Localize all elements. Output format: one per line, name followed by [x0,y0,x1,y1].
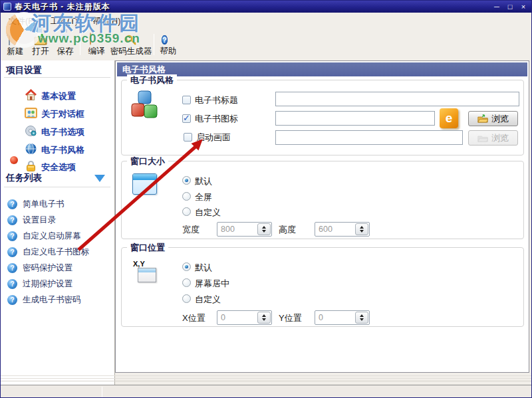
browse-splash-button-disabled: 浏览 [468,130,518,146]
about-dialog-icon [25,107,37,122]
spin-buttons[interactable] [355,223,368,235]
group-title: 窗口位置 [127,242,168,254]
help-button[interactable]: ? 帮助 [156,32,180,58]
question-icon: ? [7,279,17,289]
width-label: 宽度 [182,224,200,236]
window-position-group: 窗口位置 X,Y 默认 屏幕居中 自定义 X位置 Y位置 [121,247,524,327]
height-spinner[interactable] [315,222,370,237]
toolbar: 新建 打开 保存 编译 [1,30,531,60]
ebook-style-group: 电子书风格 电子书标题 ✓ 电子书图标 [121,80,524,155]
sidebar-item-basic-settings[interactable]: 基本设置 [25,89,76,104]
cubes-icon [130,90,160,123]
compile-icon [90,33,103,46]
x-position-input[interactable] [217,311,257,324]
splash-screen-input[interactable] [275,130,463,145]
y-position-input[interactable] [315,311,354,324]
question-icon: ? [7,215,17,225]
new-button[interactable]: 新建 [3,32,27,58]
window-size-group: 窗口大小 默认 全屏 自定义 宽度 高度 [121,161,524,239]
compile-button[interactable]: 编译 [83,32,110,58]
folder-icon [477,114,488,123]
divider [1,375,531,376]
close-button[interactable]: × [519,2,528,11]
task-item-simple-ebook[interactable]: ? 简单电子书 [7,197,65,211]
toolbar-separator [80,34,80,55]
new-document-icon [9,33,22,46]
open-button[interactable]: 打开 [29,32,53,58]
save-icon [59,33,72,46]
height-input[interactable] [315,223,354,236]
task-item-generate-password[interactable]: ? 生成电子书密码 [7,293,81,306]
group-title: 窗口大小 [127,155,168,167]
status-separator [102,387,102,397]
toolbar-separator [154,34,154,55]
ebook-title-label: 电子书标题 [195,94,238,106]
task-item-custom-ebook-icon[interactable]: ? 自定义电子书图标 [7,245,89,258]
title-bar: 春天电子书 - 未注册版本 ─ □ × [1,1,531,13]
task-list-header: 任务列表 [6,172,42,184]
ebook-icon-input[interactable] [275,111,435,126]
question-icon: ? [7,263,17,273]
globe-icon [25,143,37,157]
task-item-set-catalog[interactable]: ? 设置目录 [7,213,56,227]
pos-center-label: 屏幕居中 [195,278,229,290]
window-position-icon [138,268,156,282]
window-controls: ─ □ × [492,1,528,13]
window-title: 春天电子书 - 未注册版本 [15,1,110,13]
group-title: 电子书风格 [127,74,177,86]
main-panel: 电子书风格 电子书风格 电子书标题 ✓ [115,60,529,373]
ebook-icon-checkbox[interactable]: ✓ [182,114,191,123]
divider [4,187,110,187]
task-item-password-protect[interactable]: ? 密码保护设置 [7,261,72,274]
spin-buttons[interactable] [355,312,368,324]
divider [4,77,110,78]
spin-buttons[interactable] [257,223,271,235]
menu-file[interactable]: 文件(F) [6,15,39,29]
red-dot-indicator [10,156,18,164]
ebook-title-input[interactable] [275,92,519,106]
panel-header: 电子书风格 [117,62,527,76]
task-item-custom-splash[interactable]: ? 自定义启动屏幕 [7,229,81,243]
task-item-expire-protect[interactable]: ? 过期保护设置 [7,277,72,290]
x-position-spinner[interactable] [217,310,272,325]
maximize-button[interactable]: □ [505,2,515,11]
sidebar: 项目设置 基本设置 关于对话框 [1,60,115,385]
save-button[interactable]: 保存 [53,32,77,58]
sidebar-item-ebook-style[interactable]: 电子书风格 [25,143,84,157]
home-icon [25,89,37,104]
open-folder-icon [34,33,47,46]
size-custom-label: 自定义 [195,207,221,219]
width-input[interactable] [217,223,257,236]
question-icon: ? [7,231,17,241]
size-default-radio[interactable] [182,176,191,185]
pos-custom-radio[interactable] [182,294,191,303]
password-generator-button[interactable]: 密码生成器 [110,32,152,58]
menu-tools[interactable]: 工具(T) [48,15,80,29]
width-spinner[interactable] [217,222,272,237]
pos-default-radio[interactable] [182,262,191,271]
size-fullscreen-label: 全屏 [195,191,212,203]
app-window: 春天电子书 - 未注册版本 ─ □ × 文件(F) 工具(T) 帮助(H) 新建 [0,0,532,398]
size-fullscreen-radio[interactable] [182,192,191,201]
password-generator-icon [124,33,138,46]
sidebar-item-about-dialog[interactable]: 关于对话框 [25,107,84,122]
x-position-label: X位置 [182,312,205,324]
menu-help[interactable]: 帮助(H) [90,15,123,29]
collapse-triangle-icon[interactable] [94,175,105,182]
ebook-title-checkbox[interactable] [182,96,191,104]
browse-icon-button[interactable]: 浏览 [468,111,518,126]
divider [1,381,531,381]
minimize-button[interactable]: ─ [492,2,501,11]
pos-default-label: 默认 [195,262,212,274]
ebook-options-icon [25,125,37,140]
y-position-spinner[interactable] [315,310,370,325]
spin-buttons[interactable] [257,312,271,324]
question-icon: ? [7,247,17,257]
help-icon: ? [162,33,175,46]
sidebar-item-ebook-options[interactable]: 电子书选项 [25,125,84,140]
splash-screen-checkbox[interactable] [184,133,192,142]
folder-icon [477,134,488,142]
size-custom-radio[interactable] [182,207,191,216]
pos-center-radio[interactable] [182,278,191,287]
question-icon: ? [7,295,17,305]
